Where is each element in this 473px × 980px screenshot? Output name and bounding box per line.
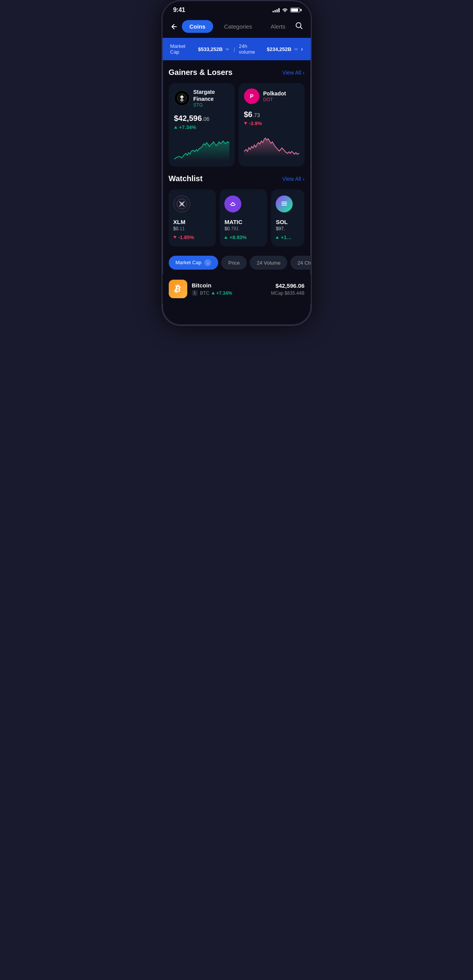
matic-card[interactable]: MATIC $0.791 +8.93% [220,189,267,246]
xlm-card[interactable]: XLM $0.11 -1.85% [169,189,216,246]
btc-right: $42,596.06 MCap $835.44B [271,282,305,296]
stg-price: $42,596.06 [174,114,229,123]
btc-mcap: MCap $835.44B [271,290,305,296]
gainers-losers-section: Gainers & Losers View All › [163,60,311,171]
stg-change: +7.34% [174,124,229,130]
market-banner[interactable]: Market Cap $533,252B ∞ | 24h volume $234… [163,38,311,60]
dot-logo: P [244,88,259,104]
status-time: 9:41 [173,7,185,14]
svg-point-6 [228,199,238,209]
stg-chart [174,134,229,161]
search-button[interactable] [293,20,305,33]
back-button[interactable] [170,21,182,32]
watchlist-view-all[interactable]: View All › [282,176,304,182]
tab-alerts[interactable]: Alerts [263,20,293,33]
watchlist-section: Watchlist View All › XLM $0.11 [163,171,311,251]
matic-change: +8.93% [224,234,263,240]
filter-price[interactable]: Price [221,256,247,270]
watchlist-header: Watchlist View All › [169,174,305,183]
phone-frame: 9:41 [161,0,312,326]
stg-ticker: STG [193,102,229,108]
tab-coins[interactable]: Coins [182,20,214,33]
gainers-title: Gainers & Losers [169,68,233,77]
dot-chart [244,130,299,157]
btc-logo [169,280,187,298]
gainers-view-all[interactable]: View All › [282,70,304,76]
matic-logo [224,195,241,212]
xlm-ticker: XLM [173,219,212,225]
sol-logo [276,195,293,212]
btc-rank: 1 [192,290,198,296]
dot-card[interactable]: P Polkadot DOT $6.73 -3.9% [239,83,305,166]
infinity-icon-2: ∞ [295,46,298,52]
dot-name: Polkadot [263,90,286,97]
sol-price: $97, [276,226,300,231]
market-cap-value: $533,252B [198,46,223,52]
gainers-grid: Stargate Finance STG $42,596.06 +7.34% [169,83,305,166]
btc-ticker: BTC [200,290,209,296]
status-icons [273,7,300,13]
gainers-header: Gainers & Losers View All › [169,68,305,77]
filter-24-change[interactable]: 24 Change [290,256,310,270]
xlm-change: -1.85% [173,234,212,240]
stg-name: Stargate Finance [193,88,229,102]
bitcoin-list-item[interactable]: Bitcoin 1 BTC +7.34% $42,596.06 MCap $83… [163,274,311,304]
svg-point-0 [296,23,301,28]
volume-label: 24h volume [239,43,264,55]
sol-change: +1… [276,234,300,240]
svg-text:P: P [250,93,253,99]
tab-categories[interactable]: Categories [216,20,260,33]
stg-logo [174,90,190,106]
stg-card[interactable]: Stargate Finance STG $42,596.06 +7.34% [169,83,235,166]
volume-value: $234,252B [267,46,292,52]
btc-change: +7.34% [212,290,232,296]
btc-price: $42,596.06 [271,282,305,289]
separator: | [234,46,235,52]
dot-ticker: DOT [263,97,286,102]
dot-price: $6.73 [244,110,299,119]
wifi-icon [282,7,288,13]
nav-bar: Coins Categories Alerts [163,17,311,38]
filter-24-volume[interactable]: 24 Volume [250,256,287,270]
infinity-icon-1: ∞ [226,46,229,52]
watchlist-title: Watchlist [169,174,203,183]
sol-ticker: SOL [276,219,300,225]
filter-bar: Market Cap ↓ Price 24 Volume 24 Change [163,251,311,274]
filter-market-cap[interactable]: Market Cap ↓ [169,256,219,270]
signal-icon [273,8,280,12]
matic-ticker: MATIC [224,219,263,225]
banner-arrow-icon: › [301,46,303,53]
sol-card[interactable]: SOL $97, +1… [271,189,304,246]
market-cap-label: Market Cap [170,43,196,55]
btc-name: Bitcoin [192,282,266,289]
xlm-price: $0.11 [173,226,212,231]
dot-change: -3.9% [244,121,299,126]
xlm-logo [173,195,190,212]
battery-icon [290,8,300,12]
nav-tabs: Coins Categories Alerts [182,20,293,33]
matic-price: $0.791 [224,226,263,231]
watchlist-grid: XLM $0.11 -1.85% MATIC [169,189,305,246]
status-bar: 9:41 [163,1,311,17]
